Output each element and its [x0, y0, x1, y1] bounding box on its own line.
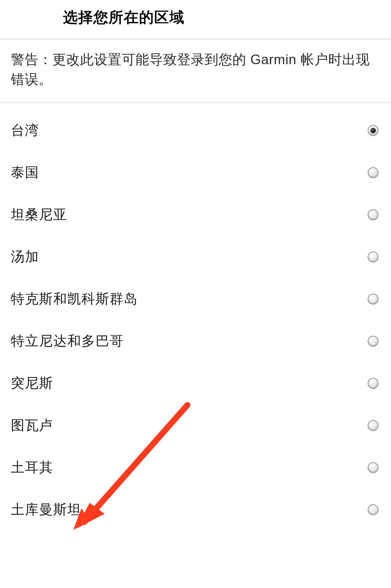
- region-label: 特克斯和凯科斯群岛: [11, 290, 138, 308]
- region-label: 土耳其: [11, 458, 53, 477]
- radio-icon: [368, 294, 379, 304]
- radio-icon: [368, 378, 379, 389]
- region-item-tunisia[interactable]: 突尼斯: [0, 362, 391, 404]
- radio-icon: [368, 167, 379, 178]
- radio-icon: [368, 504, 379, 515]
- warning-section: 警告：更改此设置可能导致登录到您的 Garmin 帐户时出现错误。: [0, 39, 391, 103]
- region-item-turkmenistan[interactable]: 土库曼斯坦: [0, 489, 391, 531]
- region-item-tuvalu[interactable]: 图瓦卢: [0, 404, 391, 446]
- region-item-tonga[interactable]: 汤加: [0, 236, 391, 278]
- radio-icon: [368, 420, 379, 431]
- region-item-taiwan[interactable]: 台湾: [0, 109, 391, 151]
- region-label: 台湾: [11, 121, 39, 139]
- region-label: 泰国: [11, 163, 39, 182]
- region-item-turkey[interactable]: 土耳其: [0, 446, 391, 489]
- region-list: 台湾 泰国 坦桑尼亚 汤加 特克斯和凯科斯群岛 特立尼达和多巴哥 突尼斯 图瓦卢…: [0, 103, 391, 531]
- region-item-thailand[interactable]: 泰国: [0, 151, 391, 194]
- region-label: 土库曼斯坦: [11, 500, 81, 519]
- region-label: 坦桑尼亚: [11, 206, 67, 224]
- region-item-trinidad-and-tobago[interactable]: 特立尼达和多巴哥: [0, 320, 391, 362]
- page-header: 选择您所在的区域: [0, 0, 391, 39]
- region-label: 突尼斯: [11, 374, 53, 392]
- radio-icon: [368, 125, 379, 136]
- region-label: 特立尼达和多巴哥: [11, 332, 124, 350]
- radio-icon: [368, 209, 379, 220]
- region-label: 汤加: [11, 248, 39, 266]
- region-item-turks-and-caicos[interactable]: 特克斯和凯科斯群岛: [0, 278, 391, 320]
- region-label: 图瓦卢: [11, 416, 53, 434]
- region-item-tanzania[interactable]: 坦桑尼亚: [0, 194, 391, 236]
- radio-icon: [368, 336, 379, 347]
- warning-text: 警告：更改此设置可能导致登录到您的 Garmin 帐户时出现错误。: [11, 50, 380, 89]
- page-title: 选择您所在的区域: [63, 8, 380, 27]
- radio-icon: [368, 462, 379, 473]
- radio-icon: [368, 251, 379, 262]
